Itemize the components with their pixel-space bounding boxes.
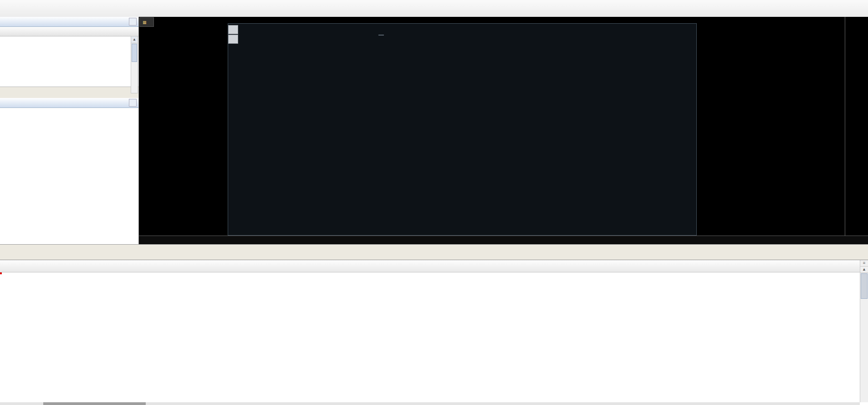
scroll-thumb[interactable] <box>861 273 868 299</box>
orders-hscrollbar[interactable] <box>0 402 860 405</box>
toolbar <box>0 0 868 17</box>
market-watch-tabs <box>0 87 138 98</box>
market-watch-header <box>0 27 138 36</box>
left-panel: ▲ <box>0 17 139 244</box>
market-watch-scrollbar[interactable]: ▲ <box>131 36 138 93</box>
close-icon[interactable] <box>129 99 137 107</box>
scroll-thumb[interactable] <box>43 402 146 405</box>
panel-chart-button[interactable] <box>228 35 238 44</box>
mtdriver-panel <box>228 23 697 236</box>
orders-vscrollbar[interactable]: ≡ ▲ <box>860 260 868 402</box>
equity-curve <box>230 43 694 91</box>
market-watch-titlebar <box>0 17 138 27</box>
path-button[interactable] <box>378 35 384 36</box>
close-icon[interactable] <box>129 18 137 26</box>
orders-panel: ≡ ▲ <box>0 260 868 405</box>
bottom-tab-strip <box>0 244 868 260</box>
orders-header <box>0 260 868 272</box>
scroll-up-icon[interactable]: ▲ <box>860 267 868 273</box>
price-axis[interactable] <box>845 17 868 236</box>
mt4-window: ▦ ▲ <box>0 0 868 405</box>
navigator-tree <box>0 108 138 111</box>
market-watch-rows <box>0 36 138 80</box>
navigator-bottom-tabs <box>1 246 2 256</box>
navigator-titlebar <box>0 98 138 108</box>
highlight-rectangle <box>0 272 2 274</box>
chart-icon: ▦ <box>143 20 147 25</box>
time-axis[interactable] <box>138 236 868 245</box>
scroll-thumb[interactable] <box>132 44 137 62</box>
list-icon[interactable]: ≡ <box>860 260 868 267</box>
scroll-up-icon[interactable]: ▲ <box>131 36 138 43</box>
panel-minimize-button[interactable] <box>228 25 238 34</box>
chart-window-caption[interactable]: ▦ <box>139 17 154 27</box>
